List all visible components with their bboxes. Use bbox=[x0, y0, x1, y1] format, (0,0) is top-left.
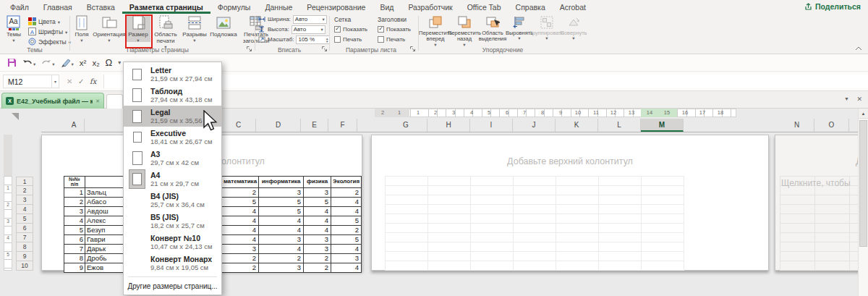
dialog-launcher-icon[interactable] bbox=[321, 46, 328, 52]
column-header[interactable]: E bbox=[301, 119, 328, 132]
effects-button[interactable]: Эффекты bbox=[28, 37, 71, 46]
row-header[interactable]: 10 bbox=[16, 261, 33, 271]
format-brush-button[interactable] bbox=[61, 58, 74, 67]
name-box-dropdown-icon[interactable]: ▾ bbox=[51, 75, 59, 88]
tab-insert[interactable]: Вставка bbox=[80, 0, 122, 14]
column-header[interactable]: G bbox=[385, 119, 427, 132]
select-all-corner[interactable] bbox=[12, 113, 19, 120]
row-header[interactable]: 8 bbox=[16, 242, 33, 252]
dialog-launcher-icon[interactable] bbox=[409, 46, 416, 52]
column-header[interactable]: N bbox=[780, 119, 814, 132]
column-header[interactable]: J bbox=[513, 119, 556, 132]
menu-item-envelope-monarch[interactable]: Конверт Монарх9,84 см x 19,05 см bbox=[124, 253, 221, 274]
menu-item-a3[interactable]: A329,7 см x 42 см bbox=[124, 148, 221, 169]
gridlines-print-checkbox[interactable] bbox=[334, 36, 341, 43]
name-box[interactable]: M12 ▾ bbox=[3, 75, 59, 88]
click-to-add-placeholder[interactable]: Щелкните, чтобы bbox=[781, 178, 851, 188]
breaks-button[interactable]: Разрывы bbox=[181, 14, 208, 42]
share-button[interactable]: Поделиться bbox=[804, 2, 861, 11]
tab-home[interactable]: Главная bbox=[36, 0, 80, 14]
collapse-ribbon-icon[interactable] bbox=[855, 46, 862, 51]
document-tab[interactable]: X Е42_Учебный файл — копия * bbox=[1, 93, 104, 109]
new-tab-stub[interactable] bbox=[106, 94, 123, 109]
selection-pane-button[interactable]: Область выделения bbox=[479, 14, 506, 43]
insert-function-button[interactable]: fx bbox=[90, 75, 96, 88]
column-header[interactable]: D bbox=[256, 119, 301, 132]
menu-item-b5[interactable]: B5 (JIS)18,2 см x 25,7 см bbox=[124, 211, 221, 232]
close-document-icon[interactable] bbox=[856, 96, 862, 103]
orientation-button[interactable]: Ориентация bbox=[93, 14, 126, 42]
undo-button[interactable] bbox=[22, 59, 35, 67]
menu-item-envelope-10[interactable]: Конверт №1010,47 см x 24,13 см bbox=[124, 232, 221, 253]
subscript-button[interactable]: x₂ bbox=[92, 59, 99, 67]
colors-button[interactable]: Цвета bbox=[28, 17, 71, 26]
header-placeholder-page2[interactable]: Добавьте верхний колонтитул bbox=[371, 156, 769, 166]
headings-view-checkbox[interactable] bbox=[378, 26, 384, 33]
tab-list-dropdown-icon[interactable] bbox=[844, 96, 849, 101]
superscript-button[interactable]: x² bbox=[80, 59, 87, 67]
subject-header-cell[interactable]: информатика bbox=[259, 177, 304, 188]
menu-item-b4[interactable]: B4 (JIS)25,7 см x 36,4 см bbox=[124, 190, 221, 211]
column-header[interactable]: A bbox=[64, 119, 85, 132]
scrollbar-thumb[interactable] bbox=[859, 120, 867, 247]
empty-grid-page2[interactable] bbox=[385, 176, 684, 271]
subject-header-cell[interactable]: физика bbox=[304, 177, 331, 188]
column-header-selected[interactable]: M bbox=[641, 119, 684, 132]
send-backward-button[interactable]: Переместить назад bbox=[450, 14, 479, 46]
scale-input[interactable]: 105 %▴▾ bbox=[296, 35, 330, 44]
width-input[interactable]: Авто bbox=[293, 15, 327, 24]
subject-header-cell[interactable]: математика bbox=[222, 177, 259, 188]
tab-developer[interactable]: Разработчик bbox=[401, 0, 459, 14]
save-button[interactable] bbox=[7, 58, 17, 67]
row-header[interactable]: 9 bbox=[16, 252, 33, 261]
column-header[interactable]: H bbox=[427, 119, 470, 132]
print-area-button[interactable]: Область печати bbox=[150, 14, 181, 48]
menu-item-letter[interactable]: Letter21,59 см x 27,94 см bbox=[124, 64, 221, 85]
row-header[interactable]: 3 bbox=[16, 195, 33, 205]
column-header[interactable]: K bbox=[556, 119, 598, 132]
margins-button[interactable]: Поля bbox=[71, 14, 93, 42]
column-header[interactable]: I bbox=[470, 119, 513, 132]
tab-view[interactable]: Вид bbox=[373, 0, 401, 14]
row-header[interactable]: 2 bbox=[16, 186, 33, 195]
close-tab-icon[interactable] bbox=[95, 98, 100, 104]
themes-button[interactable]: Aa Темы bbox=[2, 14, 25, 42]
tab-office-tab[interactable]: Office Tab bbox=[460, 0, 509, 14]
bring-forward-button[interactable]: Переместить вперед bbox=[421, 14, 450, 46]
tab-acrobat[interactable]: Acrobat bbox=[553, 0, 593, 14]
row-header[interactable]: 4 bbox=[16, 205, 33, 214]
customize-qat-button[interactable]: ▾ bbox=[118, 59, 121, 66]
tab-help[interactable]: Справка bbox=[509, 0, 553, 14]
height-input[interactable]: Авто bbox=[292, 25, 326, 34]
menu-item-a4-selected[interactable]: A421 см x 29,7 см bbox=[124, 169, 221, 190]
align-button[interactable]: Выровнять bbox=[506, 14, 532, 40]
column-header[interactable]: F bbox=[328, 119, 357, 132]
corner-header-cell[interactable]: №№п/п bbox=[64, 177, 85, 188]
tab-data[interactable]: Данные bbox=[258, 0, 299, 14]
tab-page-layout[interactable]: Разметка страницы bbox=[122, 0, 210, 14]
spinner-icon[interactable]: ▴▾ bbox=[326, 37, 328, 43]
tab-file[interactable]: Файл bbox=[3, 0, 36, 14]
more-paper-sizes-item[interactable]: Другие размеры страниц... bbox=[124, 279, 221, 293]
gridlines-view-checkbox[interactable] bbox=[334, 26, 341, 33]
row-header[interactable]: 1 bbox=[16, 177, 33, 186]
subject-header-cell[interactable]: Экология bbox=[331, 177, 362, 188]
scroll-up-icon[interactable]: ▲ bbox=[859, 109, 868, 119]
column-header[interactable]: C bbox=[221, 119, 256, 132]
cancel-button[interactable]: ✕ bbox=[67, 75, 72, 88]
dialog-launcher-icon[interactable] bbox=[246, 46, 252, 52]
row-header[interactable]: 5 bbox=[16, 214, 33, 224]
tab-review[interactable]: Рецензирование bbox=[299, 0, 373, 14]
background-button[interactable]: Подложка bbox=[208, 14, 239, 38]
empty-grid-page3[interactable] bbox=[780, 176, 868, 271]
row-header[interactable]: 6 bbox=[16, 224, 33, 233]
enter-button[interactable]: ✓ bbox=[78, 75, 84, 88]
column-header[interactable]: L bbox=[598, 119, 641, 132]
tab-formulas[interactable]: Формулы bbox=[210, 0, 258, 14]
column-header[interactable]: O bbox=[814, 119, 849, 132]
insert-symbol-button[interactable]: Ω bbox=[106, 57, 113, 68]
headings-print-checkbox[interactable] bbox=[378, 36, 384, 43]
menu-item-tabloid[interactable]: Таблоид27,94 см x 43,18 см bbox=[124, 85, 221, 106]
fonts-button[interactable]: АШрифты bbox=[28, 27, 71, 36]
row-header[interactable]: 7 bbox=[16, 233, 33, 242]
